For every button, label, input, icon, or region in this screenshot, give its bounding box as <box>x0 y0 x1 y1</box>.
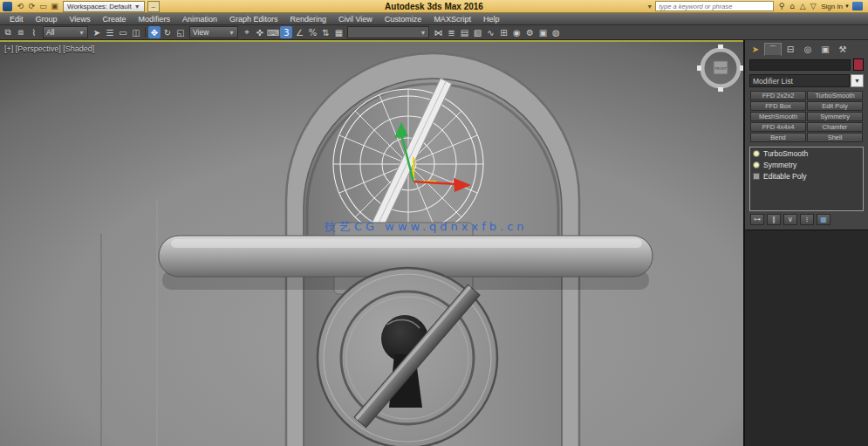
menu-item[interactable]: Create <box>96 15 132 24</box>
spinner-snap-icon[interactable]: ⇅ <box>319 26 331 38</box>
viewport-label[interactable]: [+] [Perspective] [Shaded] <box>4 45 94 53</box>
menu-item[interactable]: Rendering <box>284 15 332 24</box>
tab-display[interactable]: ▣ <box>817 43 834 56</box>
rendered-frame-icon[interactable]: ▣ <box>537 26 549 38</box>
tab-create[interactable]: ➤ <box>747 43 764 56</box>
menu-item[interactable]: MAXScript <box>427 15 477 24</box>
object-color-swatch[interactable] <box>853 58 864 71</box>
make-unique-button[interactable]: ∨ <box>783 214 797 225</box>
chevron-down-icon: ▼ <box>229 30 235 36</box>
modifier-list-dropdown-button[interactable]: ▼ <box>851 74 864 87</box>
snaps-toggle-icon[interactable]: 3 <box>280 26 292 38</box>
bind-to-space-warp-icon[interactable]: ⌇ <box>28 26 40 38</box>
menu-item[interactable]: Graph Editors <box>223 15 284 24</box>
workspaces-dropdown[interactable]: Workspaces: Default ▼ <box>63 1 145 12</box>
menu-item[interactable]: Customize <box>379 15 428 24</box>
open-file-icon[interactable]: ▭ <box>38 1 49 11</box>
title-bar: ⟲⟳▭▣ Workspaces: Default ▼ – Autodesk 3d… <box>0 0 868 13</box>
layer-explorer-icon[interactable]: ▤ <box>458 26 470 38</box>
show-end-result-button[interactable]: ∥ <box>767 214 781 225</box>
upload-cloud-icon[interactable]: △ <box>797 2 808 11</box>
sign-in-button[interactable]: Sign In ▼ <box>821 3 850 10</box>
material-editor-icon[interactable]: ◉ <box>510 26 523 38</box>
name-and-color-row <box>745 56 868 72</box>
tab-hierarchy[interactable]: ⊟ <box>782 43 799 56</box>
menu-item[interactable]: Modifiers <box>132 15 176 24</box>
menu-item[interactable]: Help <box>477 15 506 24</box>
graphite-ribbon-icon[interactable]: ▧ <box>471 26 483 38</box>
modifier-button[interactable]: Edit Poly <box>807 101 863 111</box>
select-and-rotate-icon[interactable]: ↻ <box>161 26 174 38</box>
redo-icon[interactable]: ⟳ <box>26 1 38 11</box>
named-selection-sets-combo[interactable]: ▼ <box>347 26 429 38</box>
modifier-button[interactable]: MeshSmooth <box>750 112 806 121</box>
toolbar-separator <box>145 27 146 38</box>
modifier-list-row: Modifier List ▼ <box>745 72 868 89</box>
selection-filter-dropdown[interactable]: All ▼ <box>43 26 88 38</box>
viewcube-face-label: FRONT <box>714 66 727 71</box>
select-and-link-icon[interactable]: ⧉ <box>2 26 14 38</box>
curve-editor-icon[interactable]: ∿ <box>484 26 496 38</box>
stack-item-turbosmooth[interactable]: TurboSmooth <box>750 148 863 159</box>
modifier-button[interactable]: Bend <box>750 133 806 142</box>
render-production-icon[interactable]: ◍ <box>550 26 562 38</box>
object-name-field[interactable] <box>749 59 851 71</box>
modifier-button[interactable]: FFD 4x4x4 <box>750 122 806 132</box>
modifier-button[interactable]: FFD Box <box>750 101 806 111</box>
toolbar-collapse-button[interactable]: – <box>147 1 160 12</box>
percent-snap-icon[interactable]: % <box>306 26 318 38</box>
undo-icon[interactable]: ⟲ <box>15 1 26 11</box>
app-logo-icon[interactable] <box>3 2 12 11</box>
key-info-icon[interactable] <box>852 2 863 10</box>
stack-item-icon <box>753 173 760 180</box>
align-icon[interactable]: ≣ <box>445 26 457 38</box>
edit-named-selection-sets-icon[interactable]: ▦ <box>332 26 345 38</box>
menu-item[interactable]: Group <box>30 15 64 24</box>
chevron-down-icon[interactable]: ▼ <box>646 3 653 10</box>
unlink-selection-icon[interactable]: ⧈ <box>15 26 27 38</box>
compass-tick-north <box>718 45 723 49</box>
tab-motion[interactable]: ◎ <box>799 43 817 56</box>
window-crossing-icon[interactable]: ◫ <box>130 26 142 38</box>
schematic-view-icon[interactable]: ⊞ <box>497 26 509 38</box>
search-input[interactable] <box>655 1 774 11</box>
rectangular-selection-icon[interactable]: ▭ <box>117 26 129 38</box>
modifier-button[interactable]: Shell <box>807 133 863 142</box>
modifier-button-set: FFD 2x2x2TurboSmoothFFD BoxEdit PolyMesh… <box>745 89 868 144</box>
select-by-name-icon[interactable]: ☰ <box>104 26 116 38</box>
modifier-list-dropdown[interactable]: Modifier List <box>749 74 850 87</box>
angle-snap-icon[interactable]: ∠ <box>293 26 305 38</box>
render-setup-icon[interactable]: ⚙ <box>523 26 536 38</box>
stack-item-icon <box>753 161 760 168</box>
home-icon[interactable]: ⌂ <box>787 2 797 11</box>
remove-modifier-button[interactable]: ⁝ <box>800 214 814 225</box>
project-folder-icon[interactable]: ▣ <box>49 1 60 11</box>
keyboard-override-icon[interactable]: ⌨ <box>267 26 279 38</box>
download-cloud-icon[interactable]: ▽ <box>808 2 818 11</box>
stack-item-symmetry[interactable]: Symmetry <box>750 159 863 170</box>
tab-utilities[interactable]: ⚒ <box>834 43 851 56</box>
tab-modify[interactable]: ⌒ <box>764 43 782 56</box>
select-and-scale-icon[interactable]: ◱ <box>174 26 187 38</box>
select-and-manipulate-icon[interactable]: ✜ <box>254 26 266 38</box>
menu-item[interactable]: Edit <box>3 15 30 24</box>
menu-item[interactable]: Views <box>64 15 97 24</box>
reference-coordinate-dropdown[interactable]: View ▼ <box>189 26 238 38</box>
modifier-button[interactable]: FFD 2x2x2 <box>750 91 806 100</box>
perspective-viewport[interactable]: 技艺CG www.qdnxxfb.cn FRONT [+] [Perspecti… <box>0 40 743 446</box>
use-pivot-point-icon[interactable]: ⌖ <box>241 26 253 38</box>
mirror-icon[interactable]: ⋈ <box>432 26 444 38</box>
modifier-button[interactable]: Symmetry <box>807 112 863 121</box>
menu-item[interactable]: Animation <box>176 15 223 24</box>
modifier-button[interactable]: TurboSmooth <box>807 91 863 100</box>
search-icon[interactable]: ⚲ <box>776 2 787 11</box>
modifier-stack: TurboSmoothSymmetryEditable Poly <box>749 147 864 211</box>
configure-modifier-sets-button[interactable]: ▦ <box>817 214 830 225</box>
select-and-move-icon[interactable]: ✥ <box>148 26 161 38</box>
stack-item-editable-poly[interactable]: Editable Poly <box>750 170 863 182</box>
compass-tick-east <box>740 65 743 71</box>
modifier-button[interactable]: Chamfer <box>807 122 863 132</box>
select-object-icon[interactable]: ➤ <box>91 26 103 38</box>
menu-item[interactable]: Civil View <box>332 15 379 24</box>
pin-stack-button[interactable]: ⊶ <box>750 214 764 225</box>
